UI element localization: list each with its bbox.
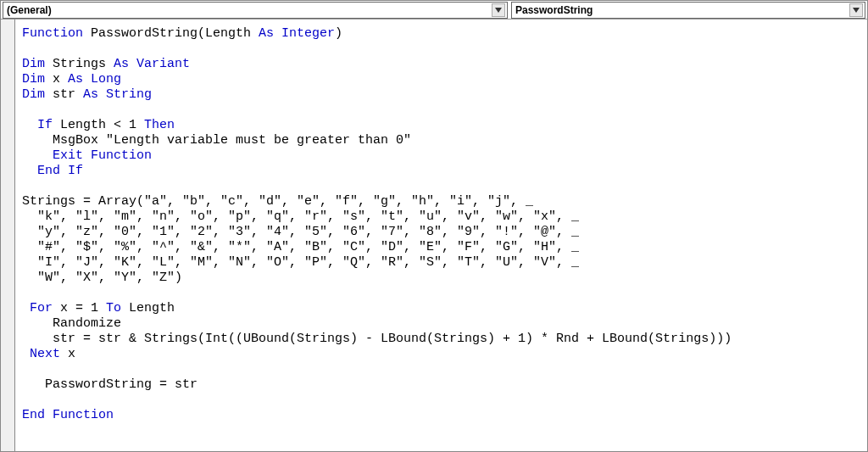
svg-marker-1 bbox=[853, 8, 860, 13]
chevron-down-icon bbox=[492, 3, 505, 17]
object-dropdown[interactable]: (General) bbox=[3, 2, 508, 19]
code-content: Function PasswordString(Length As Intege… bbox=[22, 26, 867, 423]
editor-area: Function PasswordString(Length As Intege… bbox=[1, 20, 867, 451]
procedure-dropdown[interactable]: PasswordString bbox=[511, 2, 865, 19]
code-pane[interactable]: Function PasswordString(Length As Intege… bbox=[15, 20, 867, 451]
svg-marker-0 bbox=[495, 8, 502, 13]
editor-gutter bbox=[1, 20, 15, 451]
procedure-dropdown-label: PasswordString bbox=[515, 4, 593, 16]
object-dropdown-label: (General) bbox=[7, 4, 52, 16]
dropdown-row: (General) PasswordString bbox=[1, 1, 867, 20]
chevron-down-icon bbox=[849, 3, 863, 17]
